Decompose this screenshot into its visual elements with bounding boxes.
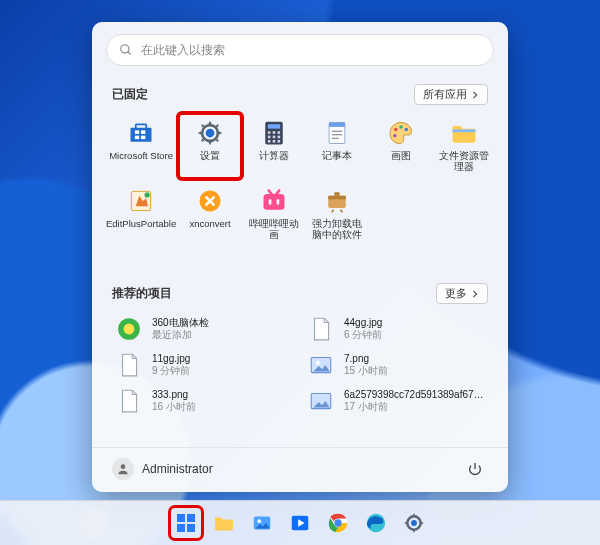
app-label: xnconvert	[187, 219, 232, 230]
svg-point-26	[394, 128, 398, 132]
image-thumb-icon	[308, 352, 334, 378]
svg-point-41	[124, 324, 135, 335]
reco-item-333png[interactable]: 333.png16 小时前	[114, 386, 290, 416]
svg-point-8	[206, 129, 215, 138]
chevron-right-icon	[471, 91, 479, 99]
app-label: 强力卸载电脑中的软件	[305, 219, 369, 241]
more-button[interactable]: 更多	[436, 283, 488, 304]
taskbar-edge[interactable]	[361, 508, 391, 538]
taskbar-start[interactable]	[171, 508, 201, 538]
app-label: 文件资源管理器	[432, 151, 496, 173]
taskbar-file-explorer[interactable]	[209, 508, 239, 538]
taskbar-movies[interactable]	[285, 508, 315, 538]
svg-rect-34	[263, 194, 284, 210]
recommended-header: 推荐的项目 更多	[92, 247, 508, 312]
app-label: Microsoft Store	[107, 151, 175, 162]
reco-item-7png[interactable]: 7.png15 小时前	[306, 350, 486, 380]
360-icon	[116, 316, 142, 342]
app-label: 画图	[389, 151, 413, 162]
app-paint[interactable]: 画图	[369, 113, 433, 179]
svg-rect-35	[268, 199, 271, 204]
app-notepad[interactable]: 记事本	[305, 113, 369, 179]
app-settings[interactable]: 设置	[178, 113, 242, 179]
svg-point-43	[316, 361, 320, 365]
pinned-heading: 已固定	[112, 86, 148, 103]
folder-icon	[213, 512, 235, 534]
svg-rect-16	[272, 136, 275, 139]
reco-item-44gg[interactable]: 44gg.jpg6 分钟前	[306, 314, 486, 344]
reco-title: 360电脑体检	[152, 317, 209, 330]
taskbar-settings[interactable]	[399, 508, 429, 538]
app-label: 哔哩哔哩动画	[242, 219, 306, 241]
windows-icon	[176, 513, 196, 533]
taskbar-chrome[interactable]	[323, 508, 353, 538]
svg-rect-22	[329, 123, 345, 127]
uninstaller-icon	[323, 187, 351, 215]
svg-rect-60	[405, 522, 408, 524]
svg-rect-49	[187, 524, 195, 532]
svg-point-29	[393, 134, 397, 138]
reco-item-11gg[interactable]: 11gg.jpg9 分钟前	[114, 350, 290, 380]
file-explorer-icon	[450, 119, 478, 147]
svg-rect-5	[141, 130, 145, 134]
ms-store-icon	[127, 119, 155, 147]
reco-title: 7.png	[344, 353, 388, 366]
svg-rect-6	[135, 136, 139, 140]
xnconvert-icon	[196, 187, 224, 215]
image-file-icon	[116, 388, 142, 414]
power-icon	[467, 461, 483, 477]
taskbar-photos[interactable]	[247, 508, 277, 538]
reco-sub: 17 小时前	[344, 401, 484, 414]
more-label: 更多	[445, 286, 467, 301]
reco-item-360[interactable]: 360电脑体检最近添加	[114, 314, 290, 344]
svg-rect-36	[276, 199, 279, 204]
user-button[interactable]: Administrator	[112, 458, 213, 480]
svg-point-28	[404, 128, 408, 132]
chevron-right-icon	[471, 290, 479, 298]
image-thumb-icon	[308, 388, 334, 414]
svg-point-56	[411, 520, 417, 526]
svg-rect-14	[277, 131, 280, 134]
image-file-icon	[308, 316, 334, 342]
svg-point-54	[334, 519, 341, 526]
reco-item-longhash[interactable]: 6a2579398cc72d591389af679703f3...17 小时前	[306, 386, 486, 416]
app-calculator[interactable]: 计算器	[242, 113, 306, 179]
power-button[interactable]	[462, 456, 488, 482]
notepad-icon	[323, 119, 351, 147]
svg-rect-38	[328, 196, 346, 200]
svg-rect-4	[135, 130, 139, 134]
reco-title: 44gg.jpg	[344, 317, 382, 330]
svg-rect-11	[267, 124, 279, 128]
svg-rect-48	[177, 524, 185, 532]
reco-sub: 9 分钟前	[152, 365, 190, 378]
svg-point-27	[399, 125, 403, 129]
search-input[interactable]: 在此键入以搜索	[106, 34, 494, 66]
app-xnconvert[interactable]: xnconvert	[178, 181, 242, 247]
app-label: 计算器	[257, 151, 291, 162]
svg-rect-13	[272, 131, 275, 134]
svg-rect-19	[272, 140, 275, 143]
app-uninstaller[interactable]: 强力卸载电脑中的软件	[305, 181, 369, 247]
svg-rect-61	[421, 522, 424, 524]
svg-rect-15	[267, 136, 270, 139]
svg-line-1	[128, 52, 131, 55]
recommended-list: 360电脑体检最近添加 44gg.jpg6 分钟前 11gg.jpg9 分钟前 …	[92, 312, 508, 416]
app-bilibili[interactable]: 哔哩哔哩动画	[242, 181, 306, 247]
app-label: 设置	[198, 151, 222, 162]
svg-rect-17	[277, 136, 280, 139]
reco-title: 6a2579398cc72d591389af679703f3...	[344, 389, 484, 402]
reco-sub: 16 小时前	[152, 401, 196, 414]
movies-icon	[289, 512, 311, 534]
avatar-icon	[112, 458, 134, 480]
app-file-explorer[interactable]: 文件资源管理器	[432, 113, 496, 179]
reco-title: 11gg.jpg	[152, 353, 190, 366]
app-editplus[interactable]: EditPlusPortable	[104, 181, 178, 247]
image-file-icon	[116, 352, 142, 378]
svg-rect-7	[141, 136, 145, 140]
all-apps-button[interactable]: 所有应用	[414, 84, 488, 105]
chrome-icon	[327, 512, 349, 534]
search-placeholder: 在此键入以搜索	[141, 42, 225, 59]
svg-rect-12	[267, 131, 270, 134]
recommended-heading: 推荐的项目	[112, 285, 172, 302]
app-microsoft-store[interactable]: Microsoft Store	[104, 113, 178, 179]
